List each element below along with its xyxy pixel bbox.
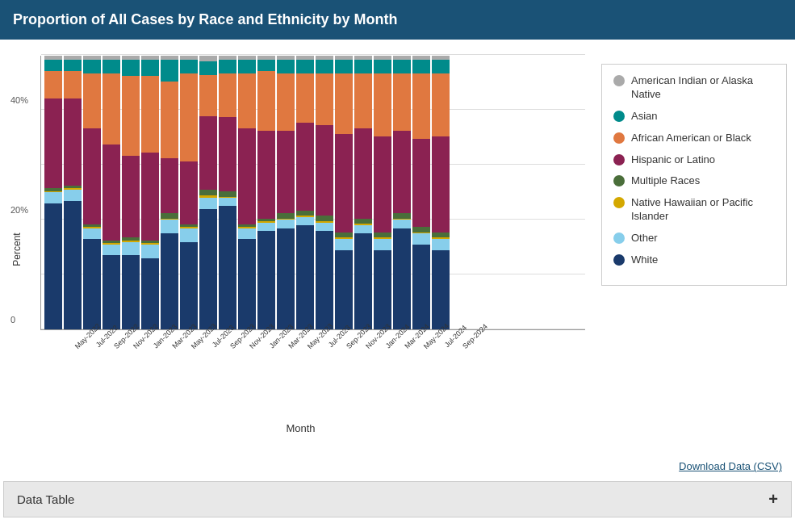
bar-segment-asian xyxy=(432,60,450,73)
bar-segment-white xyxy=(180,242,198,329)
bar-segment-white xyxy=(219,206,236,329)
bar-segment-white xyxy=(316,231,333,329)
bar-segment-multiple_races xyxy=(374,232,391,238)
bar-segment-white xyxy=(354,233,372,329)
bar-segment-other xyxy=(219,198,236,206)
bar-segment-african_american xyxy=(257,71,275,132)
bar-segment-other xyxy=(374,239,391,250)
bar-segment-hispanic xyxy=(412,139,430,226)
bar-segment-african_american xyxy=(238,73,256,128)
bar-segment-other xyxy=(354,225,372,233)
bar-segment-hispanic xyxy=(277,131,295,213)
bar-segment-hispanic xyxy=(393,131,411,213)
bar-segment-multiple_races xyxy=(316,216,333,221)
legend-dot xyxy=(613,232,625,244)
bar-group xyxy=(374,56,391,329)
bar-group xyxy=(316,56,333,329)
bar-segment-other xyxy=(316,223,333,231)
legend-label: Asian xyxy=(631,110,658,124)
bar-segment-african_american xyxy=(180,73,198,161)
bar-segment-asian xyxy=(335,60,353,73)
bar-segment-other xyxy=(238,228,256,240)
legend-dot xyxy=(613,132,625,144)
bar-segment-white xyxy=(277,228,295,329)
legend-label: Multiple Races xyxy=(631,174,700,188)
legend-item: Hispanic or Latino xyxy=(613,153,775,167)
bar-segment-asian xyxy=(122,60,140,76)
bar-segment-african_american xyxy=(432,73,450,136)
bar-segment-african_american xyxy=(412,73,430,139)
bar-segment-asian xyxy=(277,60,295,73)
bar-segment-asian xyxy=(219,60,236,73)
bar-segment-hispanic xyxy=(354,128,372,219)
bar-segment-other xyxy=(277,220,295,228)
legend-dot xyxy=(613,197,625,208)
y-tick-label: 40% xyxy=(10,95,28,105)
bar-group xyxy=(354,56,372,329)
legend-dot xyxy=(613,111,625,122)
download-section: Download Data (CSV) xyxy=(0,450,795,481)
bar-group xyxy=(64,56,82,329)
bar-group xyxy=(277,56,295,329)
x-axis-title: Month xyxy=(8,422,593,434)
bar-segment-hispanic xyxy=(432,136,450,232)
bar-segment-other xyxy=(393,220,411,228)
bar-segment-white xyxy=(103,255,120,329)
bar-group xyxy=(257,56,275,329)
bar-segment-other xyxy=(257,223,275,231)
bar-segment-hispanic xyxy=(103,145,120,241)
bar-segment-asian xyxy=(180,60,198,73)
bar-segment-asian xyxy=(296,60,314,73)
expand-icon: + xyxy=(768,490,778,509)
bar-segment-multiple_races xyxy=(277,213,295,219)
bar-segment-asian xyxy=(141,60,159,76)
download-link[interactable]: Download Data (CSV) xyxy=(679,460,782,472)
legend: American Indian or Alaska Native Asian A… xyxy=(601,64,787,286)
bar-segment-white xyxy=(83,239,101,329)
bar-segment-asian xyxy=(103,60,120,73)
bar-segment-other xyxy=(44,192,62,203)
page-title: Proportion of All Cases by Race and Ethn… xyxy=(13,11,397,27)
bar-segment-hispanic xyxy=(219,117,236,191)
bar-segment-african_american xyxy=(335,73,353,134)
bar-segment-white xyxy=(199,209,217,329)
bar-segment-hispanic xyxy=(257,131,275,219)
bar-segment-other xyxy=(103,245,120,256)
bar-group xyxy=(83,56,101,329)
bar-segment-asian xyxy=(199,61,217,75)
bar-group xyxy=(199,56,217,329)
bar-segment-hispanic xyxy=(180,161,198,224)
bar-segment-african_american xyxy=(296,73,314,123)
bar-segment-other xyxy=(161,220,178,233)
bar-group xyxy=(122,56,140,329)
bar-segment-hispanic xyxy=(335,134,353,232)
bar-segment-other xyxy=(412,233,430,245)
bar-group xyxy=(219,56,236,329)
bar-segment-african_american xyxy=(103,73,120,145)
chart-container: 020%40%60%80%100% May-2022Jul-2022Sep-20… xyxy=(40,56,585,382)
bar-segment-african_american xyxy=(83,73,101,128)
bar-segment-other xyxy=(432,239,450,250)
bar-segment-other xyxy=(83,228,101,240)
data-table-toggle[interactable]: Data Table + xyxy=(3,481,792,517)
bar-group xyxy=(103,56,120,329)
bar-segment-hispanic xyxy=(64,98,82,186)
bar-segment-asian xyxy=(316,60,333,73)
bar-segment-multiple_races xyxy=(432,232,450,238)
bar-segment-african_american xyxy=(199,75,217,116)
bar-segment-white xyxy=(122,255,140,329)
data-table-label: Data Table xyxy=(17,492,74,506)
bar-group xyxy=(393,56,411,329)
legend-label: White xyxy=(631,253,658,267)
legend-dot xyxy=(613,254,625,266)
bar-segment-asian xyxy=(83,60,101,73)
bar-segment-multiple_races xyxy=(354,219,372,224)
bar-segment-other xyxy=(141,245,159,258)
legend-item: Asian xyxy=(613,110,775,124)
legend-dot xyxy=(613,75,625,86)
bar-segment-other xyxy=(180,228,198,242)
legend-label: Other xyxy=(631,232,658,245)
legend-dot xyxy=(613,154,625,165)
bar-group xyxy=(44,56,62,329)
bar-segment-multiple_races xyxy=(393,213,411,219)
